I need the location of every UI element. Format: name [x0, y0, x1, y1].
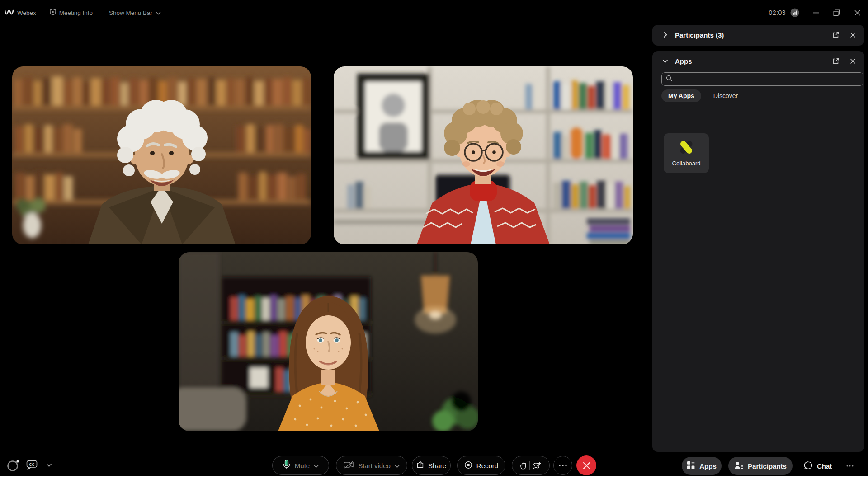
app-window: Webex Meeting Info Show Menu Bar 02:03	[0, 0, 868, 476]
share-label: Share	[428, 462, 446, 469]
show-menu-bar-label: Show Menu Bar	[109, 9, 152, 16]
participants-panel-header[interactable]: Participants (3)	[652, 25, 864, 45]
chevron-down-icon[interactable]	[395, 462, 400, 469]
leave-meeting-button[interactable]	[576, 455, 596, 475]
participants-toggle-label: Participants	[748, 462, 787, 470]
reactions-smiley-icon[interactable]	[530, 461, 544, 470]
apps-panel-title: Apps	[675, 57, 692, 65]
apps-grid-icon	[687, 461, 695, 471]
apps-toggle-label: Apps	[699, 462, 717, 470]
panel-more-options-button[interactable]	[846, 457, 854, 475]
closed-captions-button[interactable]: CC	[25, 460, 39, 471]
titlebar: Webex Meeting Info Show Menu Bar 02:03	[0, 0, 868, 25]
apps-search-input[interactable]	[675, 75, 859, 83]
collaboard-icon	[679, 140, 694, 157]
share-screen-icon	[416, 461, 424, 470]
chevron-down-icon[interactable]	[44, 461, 53, 470]
close-window-button[interactable]	[853, 8, 862, 17]
chevron-down-icon	[156, 9, 161, 16]
microphone-icon	[283, 460, 291, 471]
share-button[interactable]: Share	[412, 456, 451, 475]
webex-logo-icon	[5, 8, 14, 17]
webex-meeting-window: Webex Meeting Info Show Menu Bar 02:03	[0, 0, 868, 488]
minimize-button[interactable]	[811, 8, 820, 17]
chevron-down-icon[interactable]	[660, 56, 670, 66]
record-label: Record	[476, 462, 498, 469]
desktop-background-strip	[0, 476, 868, 488]
tab-my-apps[interactable]: My Apps	[661, 89, 701, 102]
connection-quality-icon[interactable]	[790, 8, 799, 17]
brand-label: Webex	[17, 9, 36, 16]
close-panel-icon[interactable]	[848, 30, 857, 39]
participants-panel-title: Participants (3)	[675, 31, 724, 39]
camera-off-icon	[344, 461, 354, 470]
popout-icon[interactable]	[831, 30, 840, 39]
video-tile-participant-2[interactable]	[334, 66, 633, 244]
video-tile-participant-3[interactable]	[179, 252, 478, 431]
search-icon	[666, 75, 672, 83]
control-bar: CC Mute Start video	[0, 455, 868, 476]
participants-panel: Participants (3)	[652, 25, 864, 46]
svg-text:CC: CC	[29, 462, 34, 467]
video-tile-participant-1[interactable]	[12, 66, 311, 244]
apps-search-box[interactable]	[661, 72, 863, 86]
status-ring-icon[interactable]	[6, 459, 20, 472]
chat-toggle-label: Chat	[817, 462, 832, 470]
show-menu-bar-button[interactable]: Show Menu Bar	[109, 9, 161, 16]
reactions-group	[512, 456, 550, 475]
chat-toggle-button[interactable]: Chat	[804, 457, 832, 475]
apps-panel-header[interactable]: Apps	[652, 51, 864, 71]
close-panel-icon[interactable]	[848, 56, 857, 66]
popout-icon[interactable]	[831, 56, 840, 66]
apps-panel: Apps My Apps Discover	[652, 51, 864, 452]
record-button[interactable]: Record	[457, 456, 505, 475]
mute-button[interactable]: Mute	[272, 456, 329, 475]
meeting-info-button[interactable]: Meeting Info	[50, 9, 93, 17]
raise-hand-icon[interactable]	[518, 461, 529, 470]
apps-tabs: My Apps Discover	[661, 89, 745, 102]
shield-icon	[50, 9, 56, 17]
restore-button[interactable]	[832, 8, 841, 17]
start-video-label: Start video	[358, 462, 391, 469]
apps-toggle-button[interactable]: Apps	[682, 457, 722, 475]
app-tile-collaboard[interactable]: Collaboard	[664, 133, 709, 173]
chevron-down-icon[interactable]	[314, 462, 319, 469]
chevron-right-icon[interactable]	[660, 30, 670, 39]
start-video-button[interactable]: Start video	[336, 456, 407, 475]
participants-toggle-button[interactable]: Participants	[728, 457, 793, 475]
record-icon	[464, 461, 472, 470]
meeting-timer: 02:03	[769, 9, 786, 16]
participants-icon	[734, 461, 744, 470]
more-options-button[interactable]	[553, 456, 572, 475]
meeting-info-label: Meeting Info	[59, 9, 93, 16]
tab-discover[interactable]: Discover	[707, 89, 745, 102]
chat-bubble-icon	[804, 461, 813, 471]
mute-label: Mute	[295, 462, 310, 469]
app-name-label: Collaboard	[672, 160, 701, 167]
